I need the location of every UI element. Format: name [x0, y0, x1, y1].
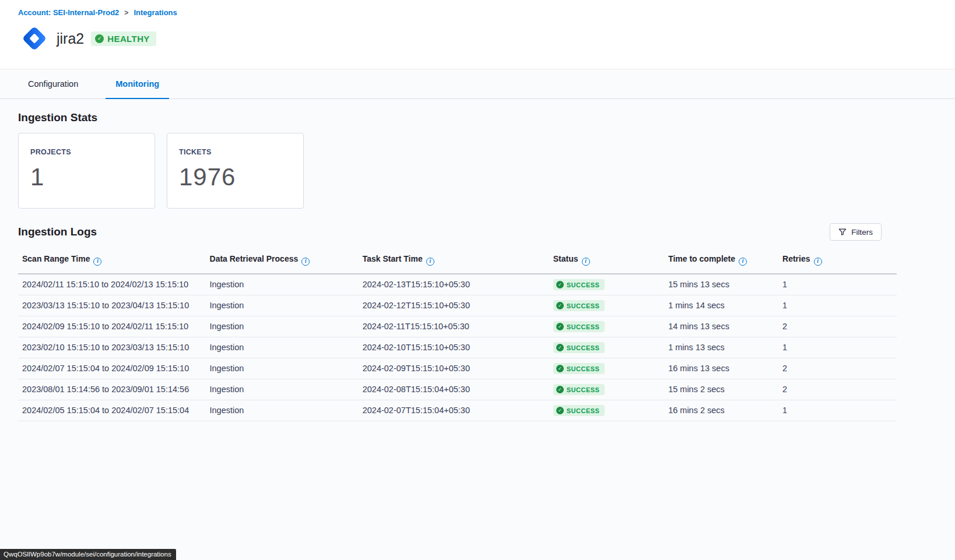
cell-process: Ingestion — [210, 379, 363, 400]
cell-time-to-complete: 1 mins 14 secs — [668, 295, 782, 316]
tab-bar: Configuration Monitoring — [0, 69, 955, 99]
column-header-data-retrieval-process: Data Retrieval Processi — [210, 249, 363, 274]
check-circle-icon: ✓ — [556, 281, 564, 288]
cell-time-to-complete: 15 mins 2 secs — [668, 379, 782, 400]
cell-task-start: 2024-02-12T15:15:10+05:30 — [363, 295, 553, 316]
status-badge: ✓SUCCESS — [553, 384, 605, 395]
cell-status: ✓SUCCESS — [553, 274, 668, 295]
status-badge-label: SUCCESS — [567, 365, 600, 372]
info-icon[interactable]: i — [814, 258, 822, 266]
cell-scan-range: 2023/08/01 15:14:56 to 2023/09/01 15:14:… — [18, 379, 210, 400]
ingestion-stats-cards: PROJECTS 1 TICKETS 1976 — [18, 133, 897, 209]
cell-retries: 1 — [782, 337, 897, 358]
stat-card-tickets: TICKETS 1976 — [167, 133, 304, 209]
cell-task-start: 2024-02-08T15:15:04+05:30 — [363, 379, 553, 400]
stat-card-projects: PROJECTS 1 — [18, 133, 155, 209]
cell-time-to-complete: 15 mins 13 secs — [668, 274, 782, 295]
status-badge: ✓SUCCESS — [553, 279, 605, 290]
cell-process: Ingestion — [210, 337, 363, 358]
cell-time-to-complete: 16 mins 2 secs — [668, 400, 782, 421]
column-header-retries: Retriesi — [782, 249, 897, 274]
cell-process: Ingestion — [210, 274, 363, 295]
status-badge-label: SUCCESS — [567, 344, 600, 351]
cell-time-to-complete: 16 mins 13 secs — [668, 358, 782, 379]
stat-value: 1 — [30, 163, 143, 191]
cell-process: Ingestion — [210, 400, 363, 421]
health-badge-label: HEALTHY — [107, 34, 150, 44]
status-badge: ✓SUCCESS — [553, 342, 605, 353]
cell-status: ✓SUCCESS — [553, 295, 668, 316]
cell-scan-range: 2024/02/11 15:15:10 to 2024/02/13 15:15:… — [18, 274, 210, 295]
stat-value: 1976 — [179, 163, 292, 191]
tab-monitoring[interactable]: Monitoring — [106, 69, 169, 99]
link-preview-status-bar: QwqOSlIWp9ob7w/module/sei/configuration/… — [0, 549, 176, 560]
cell-retries: 1 — [782, 400, 897, 421]
cell-status: ✓SUCCESS — [553, 316, 668, 337]
funnel-icon — [838, 228, 847, 236]
status-badge-label: SUCCESS — [567, 386, 600, 393]
jira-logo-icon — [18, 22, 51, 55]
tab-configuration[interactable]: Configuration — [18, 69, 88, 99]
content-area: Configuration Monitoring Ingestion Stats… — [0, 69, 955, 560]
cell-process: Ingestion — [210, 358, 363, 379]
check-circle-icon: ✓ — [556, 365, 564, 372]
check-circle-icon: ✓ — [556, 323, 564, 330]
check-circle-icon: ✓ — [556, 386, 564, 393]
breadcrumb-integrations-link[interactable]: Integrations — [134, 8, 177, 17]
integration-name: jira2 — [57, 30, 84, 47]
column-label: Retries — [782, 254, 810, 263]
cell-task-start: 2024-02-07T15:15:04+05:30 — [363, 400, 553, 421]
info-icon[interactable]: i — [426, 258, 434, 266]
cell-retries: 2 — [782, 379, 897, 400]
breadcrumb-account-link[interactable]: Account: SEI-Internal-Prod2 — [18, 8, 119, 17]
cell-task-start: 2024-02-11T15:15:10+05:30 — [363, 316, 553, 337]
cell-task-start: 2024-02-13T15:15:10+05:30 — [363, 274, 553, 295]
status-badge-label: SUCCESS — [567, 281, 600, 288]
info-icon[interactable]: i — [93, 258, 101, 266]
status-badge-label: SUCCESS — [567, 302, 600, 309]
log-table-row: 2023/08/01 15:14:56 to 2023/09/01 15:14:… — [18, 379, 897, 400]
column-label: Scan Range Time — [22, 254, 90, 263]
cell-status: ✓SUCCESS — [553, 358, 668, 379]
status-badge-label: SUCCESS — [567, 407, 600, 414]
check-circle-icon: ✓ — [556, 302, 564, 309]
cell-task-start: 2024-02-10T15:15:10+05:30 — [363, 337, 553, 358]
info-icon[interactable]: i — [582, 258, 590, 266]
log-table-row: 2024/02/11 15:15:10 to 2024/02/13 15:15:… — [18, 274, 897, 295]
check-circle-icon: ✓ — [556, 407, 564, 414]
cell-scan-range: 2023/02/10 15:15:10 to 2023/03/13 15:15:… — [18, 337, 210, 358]
stat-label: TICKETS — [179, 148, 292, 156]
chevron-right-icon: > — [124, 9, 128, 17]
status-badge: ✓SUCCESS — [553, 405, 605, 416]
log-table-header-row: Scan Range TimeiData Retrieval ProcessiT… — [18, 249, 897, 274]
column-label: Status — [553, 254, 578, 263]
cell-process: Ingestion — [210, 316, 363, 337]
column-label: Data Retrieval Process — [210, 254, 299, 263]
cell-scan-range: 2024/02/07 15:15:04 to 2024/02/09 15:15:… — [18, 358, 210, 379]
stat-label: PROJECTS — [30, 148, 143, 156]
log-table-row: 2023/03/13 15:15:10 to 2023/04/13 15:15:… — [18, 295, 897, 316]
info-icon[interactable]: i — [739, 258, 747, 266]
cell-scan-range: 2023/03/13 15:15:10 to 2023/04/13 15:15:… — [18, 295, 210, 316]
cell-task-start: 2024-02-09T15:15:10+05:30 — [363, 358, 553, 379]
column-label: Task Start Time — [363, 254, 423, 263]
log-table-row: 2023/02/10 15:15:10 to 2023/03/13 15:15:… — [18, 337, 897, 358]
ingestion-logs-table: Scan Range TimeiData Retrieval ProcessiT… — [18, 249, 897, 421]
cell-status: ✓SUCCESS — [553, 379, 668, 400]
health-status-badge: ✓ HEALTHY — [91, 31, 156, 46]
filters-button[interactable]: Filters — [830, 223, 882, 241]
log-table-row: 2024/02/05 15:15:04 to 2024/02/07 15:15:… — [18, 400, 897, 421]
column-header-task-start-time: Task Start Timei — [363, 249, 553, 274]
status-badge: ✓SUCCESS — [553, 321, 605, 332]
cell-retries: 2 — [782, 358, 897, 379]
cell-process: Ingestion — [210, 295, 363, 316]
check-circle-icon: ✓ — [95, 34, 104, 43]
log-table-row: 2024/02/09 15:15:10 to 2024/02/11 15:15:… — [18, 316, 897, 337]
info-icon[interactable]: i — [301, 258, 310, 266]
cell-scan-range: 2024/02/05 15:15:04 to 2024/02/07 15:15:… — [18, 400, 210, 421]
status-badge-label: SUCCESS — [567, 323, 600, 330]
cell-time-to-complete: 1 mins 13 secs — [668, 337, 782, 358]
column-label: Time to complete — [668, 254, 735, 263]
column-header-time-to-complete: Time to completei — [668, 249, 782, 274]
cell-time-to-complete: 14 mins 13 secs — [668, 316, 782, 337]
